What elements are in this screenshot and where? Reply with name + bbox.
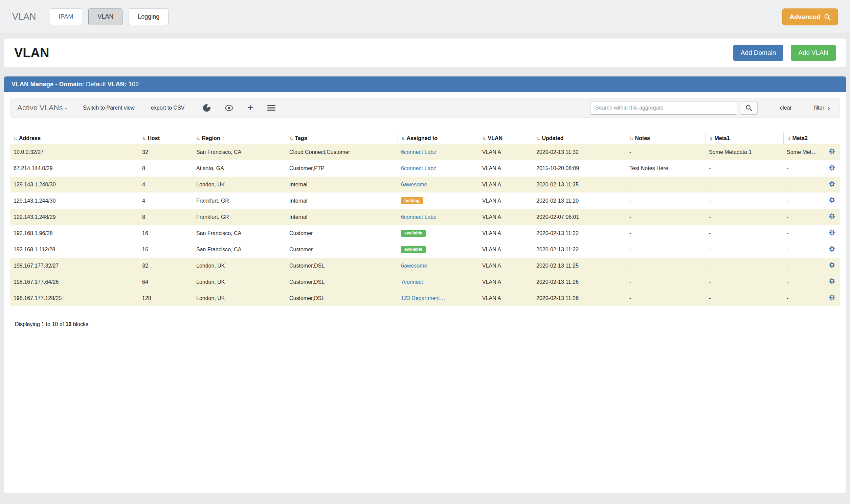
column-header-actions [824, 132, 840, 144]
cell-meta2: - [783, 209, 824, 225]
gear-icon[interactable] [829, 164, 835, 171]
filter-link[interactable]: filter › [814, 105, 830, 111]
cell-host: 4 [139, 177, 193, 193]
gear-icon[interactable] [829, 262, 835, 268]
cell-actions [824, 258, 840, 274]
status-badge: available [401, 230, 426, 237]
gear-icon[interactable] [829, 148, 835, 155]
cell-host: 32 [139, 258, 193, 274]
gear-icon[interactable] [829, 181, 835, 187]
cell-updated: 2020-02-13 11:26 [533, 274, 626, 290]
table-row: 129.143.1.248/298Frankfurt, GRInternal6c… [10, 209, 840, 225]
cell-tags: Customer,DSL [286, 258, 397, 274]
gear-icon[interactable] [829, 197, 835, 203]
tab-ipam[interactable]: IPAM [50, 8, 83, 25]
add-vlan-button[interactable]: Add VLAN [791, 44, 836, 61]
column-header-notes[interactable]: ↑↓Notes [626, 132, 706, 144]
cell-actions [824, 274, 840, 290]
column-header-address[interactable]: ↑↓Address [10, 132, 139, 144]
cell-region: Frankfurt, GR [193, 193, 286, 209]
export-csv-link[interactable]: export to CSV [151, 105, 185, 111]
assigned-link[interactable]: 6connect Labz [401, 165, 436, 171]
column-header-meta1[interactable]: ↑↓Meta1 [706, 132, 783, 144]
cell-meta2: - [783, 258, 824, 274]
search-button[interactable] [740, 101, 758, 115]
sort-icon: ↑↓ [537, 136, 539, 141]
cell-host: 64 [139, 274, 193, 290]
cell-vlan: VLAN A [479, 193, 533, 209]
cell-vlan: VLAN A [479, 144, 533, 160]
cell-actions [824, 209, 840, 225]
cell-meta2: - [783, 241, 824, 258]
column-header-assigned-to[interactable]: ↑↓Assigned to [397, 132, 479, 144]
sort-icon: ↑↓ [482, 136, 485, 141]
switch-parent-view-link[interactable]: Switch to Parent view [83, 105, 135, 111]
assigned-link[interactable]: 6connect Labz [401, 214, 436, 220]
assigned-link[interactable]: 6connect Labz [401, 149, 436, 155]
cell-region: San Francisco, CA [193, 241, 286, 258]
cell-updated: 2020-02-13 11:25 [533, 258, 626, 274]
cell-notes: - [626, 225, 706, 241]
cell-tags: Customer,PTP [286, 160, 397, 177]
cell-meta2: - [783, 160, 824, 177]
assigned-link[interactable]: 123 Department… [401, 295, 445, 301]
gear-icon[interactable] [829, 278, 835, 285]
cell-vlan: VLAN A [479, 258, 533, 274]
cell-vlan: VLAN A [479, 160, 533, 177]
cell-meta1: - [706, 290, 783, 306]
cell-updated: 2015-10-20 08:09 [533, 160, 626, 177]
assigned-link[interactable]: 6awesome [401, 182, 427, 187]
pie-chart-icon[interactable] [203, 104, 211, 112]
gear-icon[interactable] [829, 213, 835, 219]
toolbar: Active VLANs - Switch to Parent view exp… [10, 98, 840, 118]
cell-notes: - [626, 144, 706, 160]
cell-tags: Internal [286, 177, 397, 193]
eye-icon[interactable] [225, 105, 233, 111]
column-header-region[interactable]: ↑↓Region [193, 132, 286, 144]
menu-icon[interactable] [267, 105, 276, 111]
assigned-link[interactable]: 6awesome [401, 263, 427, 269]
gear-icon[interactable] [829, 294, 835, 301]
clear-link[interactable]: clear [780, 105, 792, 111]
table-row: 129.143.1.240/304London, UKInternal6awes… [10, 177, 840, 193]
filter-label: filter [814, 105, 824, 111]
cell-actions [824, 241, 840, 258]
cell-tags: Internal [286, 193, 397, 209]
sort-icon: ↑↓ [630, 136, 633, 141]
column-header-label: Notes [635, 135, 650, 141]
gear-icon[interactable] [829, 246, 835, 252]
cell-assigned-to: available [397, 241, 479, 258]
cell-address: 67.214.144.0/29 [10, 160, 139, 177]
column-header-updated[interactable]: ↑↓Updated [533, 132, 626, 144]
column-header-meta2[interactable]: ↑↓Meta2 [783, 132, 824, 144]
tab-vlan[interactable]: VLAN [88, 8, 123, 25]
page-header: VLAN Add Domain Add VLAN [4, 39, 846, 67]
cell-assigned-to: holding [397, 193, 479, 209]
assigned-link[interactable]: 7connect [401, 279, 423, 285]
cell-tags: Customer [286, 225, 397, 241]
table-row: 198.167.177.128/25128London, UKCustomer,… [10, 290, 840, 306]
cell-address: 192.168.1.112/28 [10, 241, 139, 258]
page: VLAN IPAM VLAN Logging Advanced VLAN Add… [0, 0, 850, 504]
column-header-vlan[interactable]: ↑↓VLAN [479, 132, 533, 144]
cell-meta1: - [706, 209, 783, 225]
column-header-label: VLAN [488, 135, 503, 141]
add-domain-button[interactable]: Add Domain [733, 44, 784, 61]
advanced-search-button[interactable]: Advanced [782, 8, 838, 25]
gear-icon[interactable] [829, 229, 835, 236]
cell-region: Frankfurt, GR [193, 209, 286, 225]
column-header-label: Region [202, 135, 220, 141]
cell-vlan: VLAN A [479, 290, 533, 306]
column-header-tags[interactable]: ↑↓Tags [286, 132, 397, 144]
column-header-host[interactable]: ↑↓Host [139, 132, 193, 144]
cell-tags: Customer,DSL [286, 290, 397, 306]
cell-assigned-to: 6connect Labz [397, 160, 479, 177]
sort-icon: ↑↓ [14, 136, 16, 141]
plus-icon[interactable]: + [248, 105, 253, 111]
cell-updated: 2020-02-13 11:26 [533, 290, 626, 306]
cell-assigned-to: 7connect [397, 274, 479, 290]
column-header-label: Host [148, 135, 160, 141]
tab-logging[interactable]: Logging [128, 8, 169, 25]
cell-tags: Cloud Connect,Customer [286, 144, 397, 160]
search-input[interactable] [590, 101, 737, 115]
